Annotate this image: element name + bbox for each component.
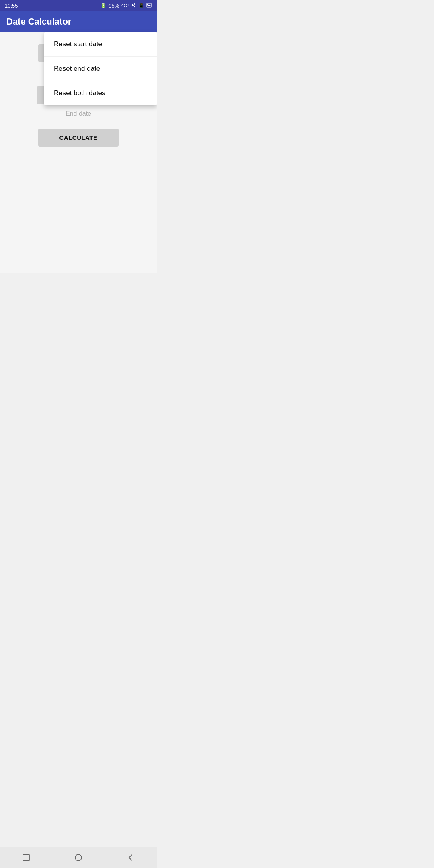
reset-end-date-item[interactable]: Reset end date — [44, 57, 157, 81]
reset-both-dates-item[interactable]: Reset both dates — [44, 81, 157, 105]
dropdown-overlay[interactable]: Reset start date Reset end date Reset bo… — [0, 0, 157, 313]
reset-start-date-item[interactable]: Reset start date — [44, 32, 157, 57]
dropdown-menu: Reset start date Reset end date Reset bo… — [44, 32, 157, 105]
